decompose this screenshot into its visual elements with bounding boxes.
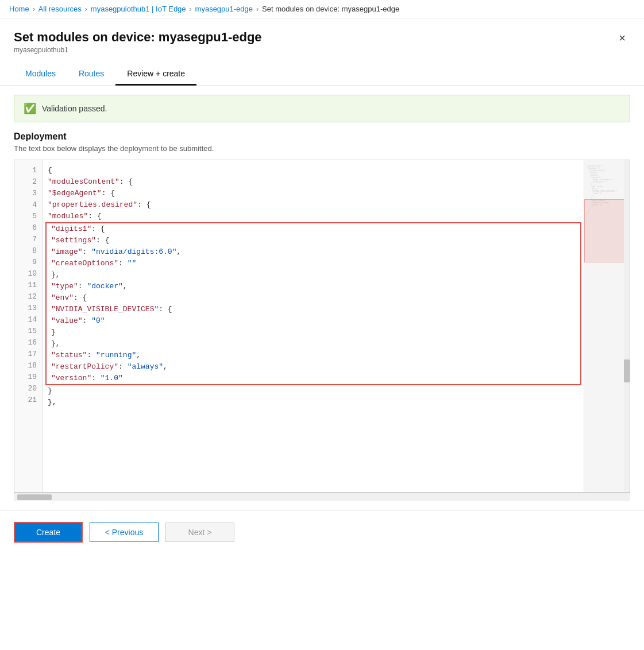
breadcrumb-current: Set modules on device: myasegpu1-edge <box>262 5 399 13</box>
panel-title-group: Set modules on device: myasegpu1-edge my… <box>14 30 262 54</box>
bottom-bar: Create < Previous Next > <box>0 510 644 554</box>
validation-banner: ✅ Validation passed. <box>14 95 630 122</box>
minimap: {"modulesContent": { "$edgeAgent": { "pr… <box>584 160 630 492</box>
breadcrumb-sep-3: › <box>190 5 192 13</box>
code-line-21: }, <box>43 397 584 408</box>
code-content[interactable]: { "modulesContent": { "$edgeAgent": { "p… <box>43 160 584 492</box>
code-line-1: { <box>43 165 584 176</box>
breadcrumb-sep-4: › <box>256 5 259 13</box>
code-line-12: "env": { <box>47 292 580 304</box>
deployment-description: The text box below displays the deployme… <box>14 144 630 153</box>
code-line-4: "properties.desired": { <box>43 199 584 211</box>
panel-subtitle: myasegpuiothub1 <box>14 46 262 54</box>
breadcrumb-sep-1: › <box>33 5 35 13</box>
vertical-scrollbar[interactable] <box>624 160 630 492</box>
code-line-6: "digits1": { <box>47 223 580 235</box>
minimap-highlight <box>584 199 630 262</box>
code-line-14: "value": "0" <box>47 315 580 327</box>
line-numbers: 123456789101112131415161718192021 <box>14 160 43 492</box>
code-editor[interactable]: 123456789101112131415161718192021 { "mod… <box>14 160 630 493</box>
previous-button[interactable]: < Previous <box>90 523 159 542</box>
scrollbar-thumb[interactable] <box>624 359 630 382</box>
scrollbar-h-thumb[interactable] <box>17 494 52 500</box>
code-line-11: "type": "docker", <box>47 281 580 292</box>
code-line-5: "modules": { <box>43 211 584 222</box>
breadcrumb-device[interactable]: myasegpu1-edge <box>195 5 253 13</box>
code-line-15: } <box>47 327 580 338</box>
main-panel: Set modules on device: myasegpu1-edge my… <box>0 18 644 554</box>
deployment-title: Deployment <box>14 131 630 142</box>
close-button[interactable]: × <box>614 30 630 46</box>
code-line-10: }, <box>47 269 580 281</box>
code-line-18: "restartPolicy": "always", <box>47 361 580 373</box>
panel-title: Set modules on device: myasegpu1-edge <box>14 30 262 45</box>
code-line-17: "status": "running", <box>47 350 580 361</box>
code-line-9: "createOptions": "" <box>47 258 580 269</box>
tab-routes[interactable]: Routes <box>67 63 115 86</box>
validation-message: Validation passed. <box>42 104 107 113</box>
breadcrumb-home[interactable]: Home <box>9 5 29 13</box>
code-line-7: "settings": { <box>47 235 580 246</box>
code-line-8: "image": "nvidia/digits:6.0", <box>47 246 580 258</box>
code-line-3: "$edgeAgent": { <box>43 188 584 199</box>
code-line-13: "NVIDIA_VISIBLE_DEVICES": { <box>47 304 580 315</box>
code-line-20: } <box>43 385 584 397</box>
horizontal-scrollbar[interactable] <box>14 493 630 501</box>
panel-header: Set modules on device: myasegpu1-edge my… <box>0 18 644 54</box>
next-button: Next > <box>165 523 234 542</box>
code-line-2: "modulesContent": { <box>43 176 584 188</box>
breadcrumb-iot-edge[interactable]: myasegpuiothub1 | IoT Edge <box>91 5 186 13</box>
create-button[interactable]: Create <box>14 522 83 543</box>
tab-review-create[interactable]: Review + create <box>115 63 196 86</box>
code-line-19: "version": "1.0" <box>47 373 580 384</box>
code-line-16: }, <box>47 338 580 350</box>
highlight-box: "digits1": { "settings": { "image": "nvi… <box>45 222 581 385</box>
check-icon: ✅ <box>24 102 36 115</box>
breadcrumb-all-resources[interactable]: All resources <box>38 5 82 13</box>
deployment-section: Deployment The text box below displays t… <box>0 131 644 510</box>
breadcrumb: Home › All resources › myasegpuiothub1 |… <box>0 0 644 18</box>
breadcrumb-sep-2: › <box>85 5 87 13</box>
tab-bar: Modules Routes Review + create <box>0 63 644 86</box>
tab-modules[interactable]: Modules <box>14 63 67 86</box>
